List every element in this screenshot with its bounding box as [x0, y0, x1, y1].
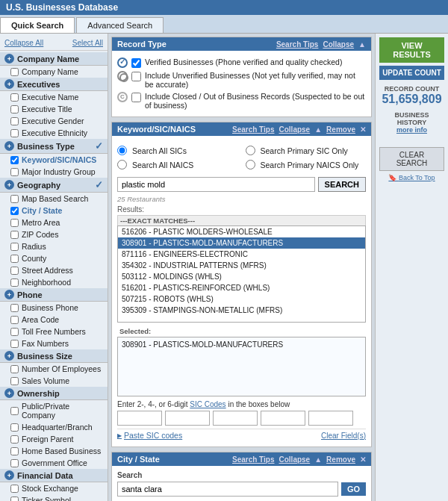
- checkbox-verified[interactable]: [131, 58, 141, 68]
- sic-box-2[interactable]: [165, 411, 210, 426]
- sidebar-section-ownership-header[interactable]: + Ownership: [0, 387, 108, 400]
- checkbox-county[interactable]: [10, 255, 19, 263]
- sic-item-3[interactable]: 354302 - INDUSTRIAL PATTERNS (MFRS): [118, 260, 365, 271]
- radio-all-sics[interactable]: [117, 146, 127, 155]
- checkbox-home-based[interactable]: [10, 447, 19, 455]
- sidebar-item-fax[interactable]: Fax Numbers: [0, 337, 108, 349]
- sic-item-5[interactable]: 516201 - PLASTICS-REINFORCED (WHLS): [118, 282, 365, 293]
- sic-box-1[interactable]: [117, 411, 162, 426]
- keyword-search-button[interactable]: SEARCH: [318, 177, 366, 192]
- more-info-link[interactable]: more info: [396, 126, 427, 134]
- checkbox-unverified[interactable]: [131, 72, 141, 81]
- city-state-remove[interactable]: Remove: [326, 455, 355, 464]
- tab-quick-search[interactable]: Quick Search: [0, 17, 75, 33]
- checkbox-metro-area[interactable]: [10, 219, 19, 227]
- checkbox-num-employees[interactable]: [10, 365, 19, 373]
- sidebar-item-hq-branch[interactable]: Headquarter/Branch: [0, 421, 108, 433]
- sidebar-section-executives-header[interactable]: + Executives: [0, 78, 108, 91]
- sidebar-item-home-based[interactable]: Home Based Business: [0, 445, 108, 457]
- checkbox-foreign-parent[interactable]: [10, 435, 19, 444]
- keyword-sic-remove[interactable]: Remove: [326, 125, 355, 134]
- sic-box-4[interactable]: [261, 411, 305, 426]
- checkbox-fax[interactable]: [10, 340, 19, 348]
- back-to-top-link[interactable]: Back To Top: [379, 174, 444, 181]
- keyword-sic-collapse[interactable]: Collapse: [279, 125, 311, 134]
- sic-item-0[interactable]: 516206 - PLASTIC MOLDERS-WHOLESALE: [118, 226, 365, 237]
- checkbox-executive-name[interactable]: [10, 93, 19, 102]
- sidebar-item-gov-office[interactable]: Government Office: [0, 457, 108, 469]
- checkbox-major-industry[interactable]: [10, 168, 19, 176]
- selected-sic-item-0[interactable]: 308901 - PLASTICS-MOLD-MANUFACTURERS: [120, 340, 363, 349]
- sidebar-item-public-private[interactable]: Public/Private Company: [0, 400, 108, 421]
- sidebar-item-sales-volume[interactable]: Sales Volume: [0, 375, 108, 387]
- paste-sic-button[interactable]: Paste SIC codes: [117, 431, 182, 440]
- checkbox-radius[interactable]: [10, 243, 19, 251]
- checkbox-public-private[interactable]: [10, 407, 19, 415]
- checkbox-zip-codes[interactable]: [10, 231, 19, 239]
- checkbox-stock-exchange[interactable]: [10, 485, 19, 493]
- sidebar-item-executive-gender[interactable]: Executive Gender: [0, 115, 108, 127]
- radio-primary-sic[interactable]: [246, 146, 255, 155]
- sidebar-item-executive-title[interactable]: Executive Title: [0, 103, 108, 115]
- keyword-sic-search-tips[interactable]: Search Tips: [232, 125, 275, 134]
- sic-item-4[interactable]: 503112 - MOLDINGS (WHLS): [118, 271, 365, 282]
- sidebar-item-executive-ethnicity[interactable]: Executive Ethnicity: [0, 127, 108, 139]
- sic-item-2[interactable]: 871116 - ENGINEERS-ELECTRONIC: [118, 249, 365, 260]
- checkbox-sales-volume[interactable]: [10, 377, 19, 385]
- checkbox-ticker[interactable]: [10, 497, 19, 502]
- checkbox-company-name[interactable]: [10, 68, 19, 76]
- sidebar-section-phone-header[interactable]: + Phone: [0, 288, 108, 302]
- sidebar-item-map-search[interactable]: Map Based Search: [0, 193, 108, 205]
- sic-results-list[interactable]: 516206 - PLASTIC MOLDERS-WHOLESALE 30890…: [117, 225, 366, 323]
- sidebar-item-foreign-parent[interactable]: Foreign Parent: [0, 433, 108, 445]
- sidebar-item-area-code[interactable]: Area Code: [0, 314, 108, 326]
- collapse-all-button[interactable]: Collapse All: [4, 39, 43, 47]
- city-search-input[interactable]: [117, 482, 338, 497]
- sidebar-section-business-size-header[interactable]: + Business Size: [0, 349, 108, 363]
- checkbox-city-state[interactable]: [10, 207, 19, 215]
- checkbox-toll-free[interactable]: [10, 328, 19, 336]
- record-type-search-tips[interactable]: Search Tips: [276, 40, 319, 49]
- sidebar-item-num-employees[interactable]: Number Of Employees: [0, 363, 108, 375]
- checkbox-neighborhood[interactable]: [10, 278, 19, 287]
- sidebar-section-company-header[interactable]: + Company Name: [0, 52, 108, 66]
- checkbox-closed[interactable]: [131, 93, 141, 102]
- sidebar-item-ticker[interactable]: Ticker Symbol: [0, 494, 108, 501]
- sic-item-1[interactable]: 308901 - PLASTICS-MOLD-MANUFACTURERS: [118, 237, 365, 249]
- radio-all-naics[interactable]: [117, 160, 127, 169]
- sidebar-item-executive-name[interactable]: Executive Name: [0, 91, 108, 103]
- sidebar-item-county[interactable]: County: [0, 252, 108, 264]
- sidebar-item-zip-codes[interactable]: ZIP Codes: [0, 228, 108, 240]
- sidebar-item-street-address[interactable]: Street Address: [0, 264, 108, 276]
- clear-search-button[interactable]: CLEAR SEARCH: [379, 147, 444, 171]
- checkbox-executive-title[interactable]: [10, 105, 19, 113]
- city-state-collapse[interactable]: Collapse: [279, 455, 311, 464]
- checkbox-map-search[interactable]: [10, 195, 19, 203]
- sic-box-3[interactable]: [213, 411, 258, 426]
- sidebar-item-toll-free[interactable]: Toll Free Numbers: [0, 326, 108, 337]
- sidebar-item-radius[interactable]: Radius: [0, 240, 108, 252]
- sidebar-section-financial-header[interactable]: + Financial Data: [0, 469, 108, 482]
- select-all-button[interactable]: Select All: [72, 39, 103, 47]
- record-type-collapse[interactable]: Collapse: [323, 40, 354, 49]
- sidebar-item-metro-area[interactable]: Metro Area: [0, 217, 108, 228]
- checkbox-executive-gender[interactable]: [10, 117, 19, 125]
- city-state-search-tips[interactable]: Search Tips: [232, 455, 275, 464]
- checkbox-gov-office[interactable]: [10, 459, 19, 467]
- update-count-button[interactable]: UPDATE COUNT: [379, 66, 444, 80]
- sidebar-item-company-name[interactable]: Company Name: [0, 66, 108, 78]
- sidebar-section-geography-header[interactable]: + Geography ✓: [0, 178, 108, 193]
- keyword-search-input[interactable]: [117, 177, 315, 192]
- sic-codes-link[interactable]: SIC Codes: [190, 400, 225, 408]
- sidebar-item-business-phone[interactable]: Business Phone: [0, 302, 108, 314]
- checkbox-hq-branch[interactable]: [10, 423, 19, 432]
- tab-advanced-search[interactable]: Advanced Search: [76, 17, 164, 33]
- checkbox-business-phone[interactable]: [10, 304, 19, 312]
- checkbox-street-address[interactable]: [10, 267, 19, 275]
- sidebar-item-keyword-sic[interactable]: Keyword/SIC/NAICS: [0, 154, 108, 166]
- city-go-button[interactable]: GO: [341, 482, 366, 496]
- checkbox-keyword-sic[interactable]: [10, 156, 19, 164]
- sic-item-7[interactable]: 395309 - STAMPINGS-NON-METALLIC (MFRS): [118, 305, 365, 316]
- radio-primary-naics[interactable]: [246, 160, 255, 169]
- view-results-button[interactable]: VIEW RESULTS: [379, 37, 444, 63]
